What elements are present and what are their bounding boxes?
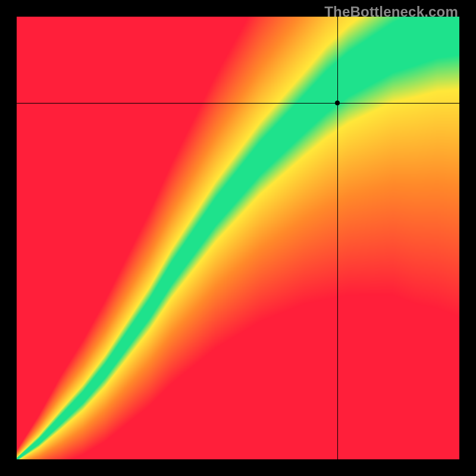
heatmap-plot-area — [17, 17, 459, 459]
data-point-marker — [335, 101, 340, 105]
watermark-text: TheBottleneck.com — [324, 4, 458, 20]
heatmap-canvas — [17, 17, 459, 459]
crosshair-vertical — [337, 17, 338, 459]
crosshair-horizontal — [17, 103, 459, 104]
root: TheBottleneck.com — [0, 0, 476, 476]
